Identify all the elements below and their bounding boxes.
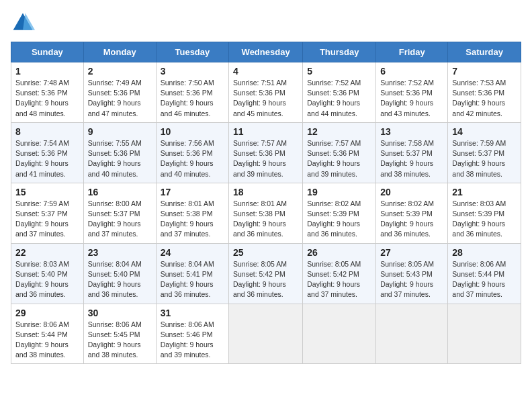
day-info: Sunrise: 8:02 AM Sunset: 5:39 PM Dayligh… [307, 199, 371, 240]
day-number: 5 [307, 66, 371, 77]
day-info: Sunrise: 8:06 AM Sunset: 5:45 PM Dayligh… [88, 320, 152, 361]
calendar-day-cell: 18Sunrise: 8:01 AM Sunset: 5:38 PM Dayli… [229, 183, 303, 243]
day-number: 6 [380, 66, 443, 77]
calendar-day-cell: 19Sunrise: 8:02 AM Sunset: 5:39 PM Dayli… [303, 183, 376, 243]
calendar-day-cell: 22Sunrise: 8:03 AM Sunset: 5:40 PM Dayli… [11, 243, 84, 304]
calendar-day-cell: 12Sunrise: 7:57 AM Sunset: 5:36 PM Dayli… [303, 122, 376, 183]
weekday-header-wednesday: Wednesday [229, 42, 303, 62]
day-number: 3 [161, 66, 224, 77]
calendar-week-row: 15Sunrise: 7:59 AM Sunset: 5:37 PM Dayli… [11, 183, 521, 243]
day-info: Sunrise: 7:59 AM Sunset: 5:37 PM Dayligh… [15, 199, 79, 240]
day-info: Sunrise: 7:55 AM Sunset: 5:36 PM Dayligh… [88, 138, 152, 179]
day-number: 7 [452, 66, 517, 77]
calendar-day-cell: 27Sunrise: 8:05 AM Sunset: 5:43 PM Dayli… [376, 243, 448, 304]
calendar-week-row: 22Sunrise: 8:03 AM Sunset: 5:40 PM Dayli… [11, 243, 521, 304]
weekday-header-friday: Friday [376, 42, 448, 62]
calendar-empty-cell [229, 304, 303, 364]
day-info: Sunrise: 8:06 AM Sunset: 5:46 PM Dayligh… [161, 320, 224, 361]
day-number: 26 [307, 247, 371, 258]
day-info: Sunrise: 7:59 AM Sunset: 5:37 PM Dayligh… [452, 138, 517, 179]
calendar-empty-cell [303, 304, 376, 364]
day-info: Sunrise: 7:58 AM Sunset: 5:37 PM Dayligh… [380, 138, 443, 179]
day-number: 16 [88, 187, 152, 197]
calendar-day-cell: 6Sunrise: 7:52 AM Sunset: 5:36 PM Daylig… [376, 62, 448, 123]
calendar-day-cell: 9Sunrise: 7:55 AM Sunset: 5:36 PM Daylig… [83, 122, 156, 183]
day-info: Sunrise: 8:05 AM Sunset: 5:42 PM Dayligh… [307, 259, 371, 300]
day-info: Sunrise: 7:52 AM Sunset: 5:36 PM Dayligh… [307, 78, 371, 119]
weekday-header-sunday: Sunday [11, 42, 84, 62]
calendar-day-cell: 29Sunrise: 8:06 AM Sunset: 5:44 PM Dayli… [11, 304, 84, 364]
day-info: Sunrise: 8:03 AM Sunset: 5:40 PM Dayligh… [15, 259, 79, 300]
calendar-day-cell: 17Sunrise: 8:01 AM Sunset: 5:38 PM Dayli… [156, 183, 228, 243]
day-info: Sunrise: 8:04 AM Sunset: 5:41 PM Dayligh… [161, 259, 224, 300]
calendar-week-row: 8Sunrise: 7:54 AM Sunset: 5:36 PM Daylig… [11, 122, 521, 183]
day-number: 28 [452, 247, 517, 258]
calendar-day-cell: 8Sunrise: 7:54 AM Sunset: 5:36 PM Daylig… [11, 122, 84, 183]
day-number: 4 [233, 66, 298, 77]
logo-icon [11, 11, 35, 35]
calendar-day-cell: 23Sunrise: 8:04 AM Sunset: 5:40 PM Dayli… [83, 243, 156, 304]
calendar-day-cell: 21Sunrise: 8:03 AM Sunset: 5:39 PM Dayli… [448, 183, 521, 243]
weekday-header-row: SundayMondayTuesdayWednesdayThursdayFrid… [11, 42, 521, 62]
calendar-day-cell: 20Sunrise: 8:02 AM Sunset: 5:39 PM Dayli… [376, 183, 448, 243]
logo [11, 11, 38, 35]
weekday-header-saturday: Saturday [448, 42, 521, 62]
day-number: 25 [233, 247, 298, 258]
day-info: Sunrise: 8:06 AM Sunset: 5:44 PM Dayligh… [452, 259, 517, 300]
calendar-day-cell: 31Sunrise: 8:06 AM Sunset: 5:46 PM Dayli… [156, 304, 228, 364]
day-info: Sunrise: 7:50 AM Sunset: 5:36 PM Dayligh… [161, 78, 224, 119]
calendar-day-cell: 16Sunrise: 8:00 AM Sunset: 5:37 PM Dayli… [83, 183, 156, 243]
day-number: 29 [15, 308, 79, 318]
day-info: Sunrise: 8:01 AM Sunset: 5:38 PM Dayligh… [233, 199, 298, 240]
day-number: 19 [307, 187, 371, 197]
day-number: 8 [15, 126, 79, 137]
day-number: 1 [15, 66, 79, 77]
day-info: Sunrise: 7:57 AM Sunset: 5:36 PM Dayligh… [233, 138, 298, 179]
weekday-header-monday: Monday [83, 42, 156, 62]
day-info: Sunrise: 8:05 AM Sunset: 5:42 PM Dayligh… [233, 259, 298, 300]
calendar-day-cell: 1Sunrise: 7:48 AM Sunset: 5:36 PM Daylig… [11, 62, 84, 123]
day-number: 22 [15, 247, 79, 258]
day-info: Sunrise: 8:02 AM Sunset: 5:39 PM Dayligh… [380, 199, 443, 240]
calendar-day-cell: 3Sunrise: 7:50 AM Sunset: 5:36 PM Daylig… [156, 62, 228, 123]
day-number: 14 [452, 126, 517, 137]
day-number: 17 [161, 187, 224, 197]
day-number: 11 [233, 126, 298, 137]
calendar-week-row: 1Sunrise: 7:48 AM Sunset: 5:36 PM Daylig… [11, 62, 521, 123]
calendar-day-cell: 11Sunrise: 7:57 AM Sunset: 5:36 PM Dayli… [229, 122, 303, 183]
calendar-day-cell: 15Sunrise: 7:59 AM Sunset: 5:37 PM Dayli… [11, 183, 84, 243]
calendar-day-cell: 2Sunrise: 7:49 AM Sunset: 5:36 PM Daylig… [83, 62, 156, 123]
day-number: 2 [88, 66, 152, 77]
calendar-day-cell: 25Sunrise: 8:05 AM Sunset: 5:42 PM Dayli… [229, 243, 303, 304]
calendar-day-cell: 14Sunrise: 7:59 AM Sunset: 5:37 PM Dayli… [448, 122, 521, 183]
calendar-day-cell: 30Sunrise: 8:06 AM Sunset: 5:45 PM Dayli… [83, 304, 156, 364]
calendar-day-cell: 26Sunrise: 8:05 AM Sunset: 5:42 PM Dayli… [303, 243, 376, 304]
calendar-day-cell: 10Sunrise: 7:56 AM Sunset: 5:36 PM Dayli… [156, 122, 228, 183]
day-info: Sunrise: 8:00 AM Sunset: 5:37 PM Dayligh… [88, 199, 152, 240]
calendar-week-row: 29Sunrise: 8:06 AM Sunset: 5:44 PM Dayli… [11, 304, 521, 364]
day-number: 31 [161, 308, 224, 318]
calendar-day-cell: 5Sunrise: 7:52 AM Sunset: 5:36 PM Daylig… [303, 62, 376, 123]
day-number: 24 [161, 247, 224, 258]
page-header [11, 11, 521, 35]
day-info: Sunrise: 7:52 AM Sunset: 5:36 PM Dayligh… [380, 78, 443, 119]
day-info: Sunrise: 7:57 AM Sunset: 5:36 PM Dayligh… [307, 138, 371, 179]
day-number: 13 [380, 126, 443, 137]
calendar-table: SundayMondayTuesdayWednesdayThursdayFrid… [11, 42, 521, 364]
day-number: 23 [88, 247, 152, 258]
calendar-day-cell: 13Sunrise: 7:58 AM Sunset: 5:37 PM Dayli… [376, 122, 448, 183]
day-info: Sunrise: 8:06 AM Sunset: 5:44 PM Dayligh… [15, 320, 79, 361]
day-number: 21 [452, 187, 517, 197]
day-info: Sunrise: 7:54 AM Sunset: 5:36 PM Dayligh… [15, 138, 79, 179]
day-number: 15 [15, 187, 79, 197]
calendar-day-cell: 7Sunrise: 7:53 AM Sunset: 5:36 PM Daylig… [448, 62, 521, 123]
calendar-empty-cell [448, 304, 521, 364]
calendar-day-cell: 28Sunrise: 8:06 AM Sunset: 5:44 PM Dayli… [448, 243, 521, 304]
day-number: 18 [233, 187, 298, 197]
day-number: 9 [88, 126, 152, 137]
day-number: 12 [307, 126, 371, 137]
day-info: Sunrise: 8:03 AM Sunset: 5:39 PM Dayligh… [452, 199, 517, 240]
day-number: 30 [88, 308, 152, 318]
day-number: 20 [380, 187, 443, 197]
day-info: Sunrise: 7:49 AM Sunset: 5:36 PM Dayligh… [88, 78, 152, 119]
